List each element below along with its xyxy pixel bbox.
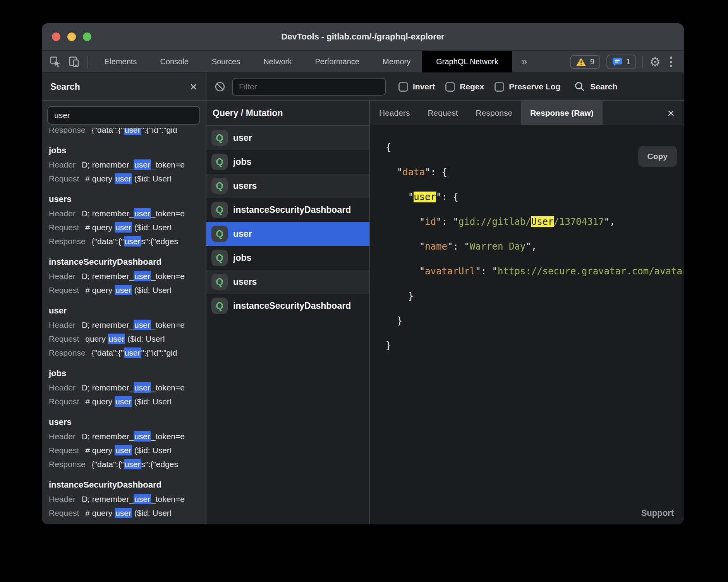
result-line[interactable]: Request# query user ($id: UserI <box>49 221 206 235</box>
query-row-label: instanceSecurityDashboard <box>233 301 351 311</box>
kebab-menu-icon[interactable] <box>667 55 675 69</box>
result-section-title[interactable]: users <box>49 192 206 207</box>
tab-request[interactable]: Request <box>419 101 467 125</box>
devtools-window: DevTools - gitlab.com/-/graphql-explorer… <box>42 23 684 524</box>
result-line-label: Request <box>49 286 79 294</box>
zoom-window-button[interactable] <box>83 33 91 41</box>
search-toggle[interactable]: Search <box>574 81 617 92</box>
result-line[interactable]: HeaderD; remember_user_token=e <box>49 381 206 395</box>
query-mutation-panel: Query / Mutation QuserQjobsQusersQinstan… <box>206 101 370 524</box>
devtools-toolbar: ElementsConsoleSourcesNetworkPerformance… <box>42 51 684 73</box>
result-line[interactable]: Response{"data":{"users":{"edges <box>49 235 206 248</box>
settings-gear-icon[interactable]: ⚙ <box>649 56 661 68</box>
result-line-label: Request <box>49 223 79 232</box>
search-match-highlight: user <box>108 334 125 344</box>
result-section-title[interactable]: user <box>49 303 206 318</box>
checkbox-invert[interactable]: Invert <box>398 82 435 92</box>
result-line[interactable]: Request# query user ($id: UserI <box>49 172 206 186</box>
checkbox-regex[interactable]: Regex <box>445 82 484 92</box>
result-line[interactable]: Request# query user ($id: UserI <box>49 283 206 297</box>
result-section-title[interactable]: instanceSecurityDashboard <box>49 478 206 492</box>
close-search-icon[interactable]: × <box>190 80 197 93</box>
result-text: s":{"edges <box>141 460 178 469</box>
result-text: # query <box>85 286 115 294</box>
result-line[interactable]: HeaderD; remember_user_token=e <box>49 269 206 283</box>
checkbox-box-preserve-log <box>494 82 504 92</box>
result-line[interactable]: HeaderD; remember_user_token=e <box>49 158 206 172</box>
query-row-jobs[interactable]: Qjobs <box>206 150 369 174</box>
result-line[interactable]: Response{"data":{"user":{"id":"gid <box>49 346 206 360</box>
response-raw-content: { "data": { "user": { "id": "gid://gitla… <box>370 125 684 524</box>
close-window-button[interactable] <box>52 33 60 41</box>
toolbar-right: 9 1 ⚙ <box>570 51 684 72</box>
tab-sources[interactable]: Sources <box>200 51 252 72</box>
result-line-label: Response <box>49 460 86 469</box>
result-line[interactable]: Response{"data":{"users":{"edges <box>49 457 206 471</box>
tab-graphql-network[interactable]: GraphQL Network <box>422 51 512 72</box>
title-bar: DevTools - gitlab.com/-/graphql-explorer <box>42 23 684 51</box>
result-text: D; remember_ <box>82 160 134 169</box>
search-match-highlight: user <box>115 285 132 295</box>
tab-response-raw[interactable]: Response (Raw) <box>521 101 602 125</box>
clear-requests-icon[interactable] <box>214 81 226 92</box>
result-section-title[interactable]: jobs <box>49 143 206 158</box>
tab-elements[interactable]: Elements <box>93 51 148 72</box>
search-panel: Search × Response{"data":{"user":{"id":"… <box>42 73 206 524</box>
result-line[interactable]: Request# query user ($id: UserI <box>49 395 206 409</box>
messages-badge[interactable]: 1 <box>606 55 636 69</box>
tab-console[interactable]: Console <box>148 51 200 72</box>
json-token: { <box>386 142 391 153</box>
json-line: } <box>386 333 684 358</box>
checkbox-preserve-log[interactable]: Preserve Log <box>494 82 560 92</box>
tab-performance[interactable]: Performance <box>304 51 371 72</box>
search-input[interactable] <box>47 106 200 125</box>
result-text: _token=e <box>151 383 185 392</box>
tab-memory[interactable]: Memory <box>371 51 422 72</box>
checkbox-box-invert <box>398 82 408 92</box>
query-row-users[interactable]: Qusers <box>206 270 369 294</box>
result-line[interactable]: HeaderD; remember_user_token=e <box>49 207 206 221</box>
result-text: D; remember_ <box>82 495 134 503</box>
query-row-jobs[interactable]: Qjobs <box>206 246 369 270</box>
result-line[interactable]: HeaderD; remember_user_token=e <box>49 492 206 506</box>
query-row-instancesecuritydashboard[interactable]: QinstanceSecurityDashboard <box>206 198 369 222</box>
warnings-badge[interactable]: 9 <box>570 55 600 69</box>
result-line-label: Request <box>49 174 79 183</box>
tab-response[interactable]: Response <box>467 101 522 125</box>
result-line-label: Request <box>49 334 79 343</box>
json-token: ": { <box>436 192 458 202</box>
tab-network[interactable]: Network <box>252 51 303 72</box>
result-line[interactable]: HeaderD; remember_user_token=e <box>49 430 206 443</box>
search-match-highlight: user <box>115 173 132 184</box>
query-row-users[interactable]: Qusers <box>206 174 369 198</box>
more-tabs-chevron-icon[interactable]: » <box>512 51 536 72</box>
result-section-title[interactable]: instanceSecurityDashboard <box>49 255 206 269</box>
support-link[interactable]: Support <box>641 508 674 518</box>
result-line[interactable]: Request# query user ($id: UserI <box>49 506 206 520</box>
result-line[interactable]: Response{"data":{"user":{"id":"gid <box>49 128 206 137</box>
result-section-title[interactable]: jobs <box>49 366 206 381</box>
copy-button[interactable]: Copy <box>638 146 677 167</box>
query-row-user[interactable]: Quser <box>206 126 369 150</box>
device-toolbar-icon[interactable] <box>68 56 80 68</box>
search-match-highlight: user <box>124 128 141 135</box>
filter-input[interactable] <box>232 78 386 96</box>
result-text: ($id: UserI <box>132 508 172 517</box>
inspect-element-icon[interactable] <box>50 56 61 68</box>
result-section-title[interactable]: users <box>49 415 206 430</box>
minimize-window-button[interactable] <box>67 33 76 41</box>
result-line[interactable]: Requestquery user ($id: UserI <box>49 332 206 346</box>
query-row-instancesecuritydashboard[interactable]: QinstanceSecurityDashboard <box>206 294 369 318</box>
warnings-count: 9 <box>590 57 594 66</box>
search-match-highlight: user <box>134 494 151 504</box>
close-detail-icon[interactable]: × <box>667 107 675 119</box>
devtools-content: Search × Response{"data":{"user":{"id":"… <box>42 73 684 524</box>
query-row-user[interactable]: Quser <box>206 222 369 246</box>
result-text: query <box>85 334 108 343</box>
search-match-highlight: user <box>134 320 151 330</box>
search-match-highlight: user <box>134 431 151 442</box>
result-line[interactable]: HeaderD; remember_user_token=e <box>49 318 206 332</box>
result-text: # query <box>85 446 115 455</box>
result-line[interactable]: Request# query user ($id: UserI <box>49 443 206 457</box>
tab-headers[interactable]: Headers <box>370 101 419 125</box>
